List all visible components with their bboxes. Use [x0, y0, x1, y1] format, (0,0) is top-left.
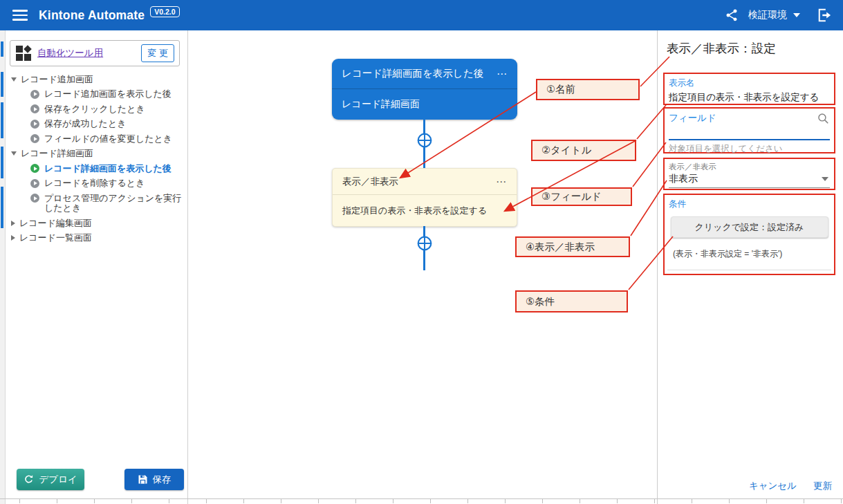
annotation-title: ②タイトル [531, 140, 636, 161]
display-name-field[interactable]: 表示名 指定項目の表示・非表示を設定する [663, 73, 835, 105]
chevron-down-icon [822, 177, 828, 181]
flow-canvas[interactable]: レコード詳細画面を表示した後 ⋯ レコード詳細画面 表示／非表示 ⋯ 指定項目の… [188, 30, 657, 504]
app-title: Kintone Automate [39, 8, 145, 23]
chevron-right-icon [11, 235, 15, 241]
save-button[interactable]: 保存 [124, 469, 184, 490]
add-step-button[interactable] [417, 236, 432, 251]
annotation-visibility: ④表示／非表示 [515, 236, 630, 257]
trigger-node-subtitle: レコード詳細画面 [332, 89, 517, 120]
annotation-condition: ⑤条件 [515, 290, 628, 312]
search-icon[interactable] [817, 112, 830, 128]
play-circle-icon [30, 90, 39, 99]
floppy-icon [138, 474, 148, 485]
tree-group-record-list[interactable]: レコード一覧画面 [6, 231, 187, 246]
field-search-input[interactable] [669, 139, 830, 140]
tree-event[interactable]: プロセス管理のアクションを実行したとき [6, 191, 187, 216]
node-menu-icon[interactable]: ⋯ [497, 68, 508, 80]
app-selector-box: 自動化ツール用 変 更 [10, 40, 180, 66]
event-tree: レコード追加画面 レコード追加画面を表示した後 保存をクリックしたとき 保存が成… [6, 72, 187, 245]
annotation-name: ①名前 [536, 79, 640, 100]
play-circle-icon [30, 194, 39, 203]
cancel-button[interactable]: キャンセル [749, 480, 797, 492]
annotation-field: ③フィールド [531, 187, 632, 206]
play-circle-icon [30, 164, 39, 173]
left-minimap-strip[interactable] [0, 30, 6, 504]
condition-label: 条件 [669, 198, 830, 210]
sidebar: 自動化ツール用 変 更 レコード追加画面 レコード追加画面を表示した後 保存をク… [6, 30, 188, 504]
tree-event-active[interactable]: レコード詳細画面を表示した後 [6, 161, 187, 176]
tree-event[interactable]: フィールドの値を変更したとき [6, 131, 187, 147]
visibility-label: 表示／非表示 [669, 162, 830, 172]
condition-section: 条件 クリックで設定：設定済み (表示・非表示設定 = '非表示') [663, 194, 835, 275]
chevron-right-icon [11, 221, 15, 226]
tree-group-record-detail[interactable]: レコード詳細画面 [6, 147, 187, 162]
app-bar: Kintone Automate V0.2.0 検証環境 [0, 0, 843, 30]
display-name-label: 表示名 [669, 77, 830, 89]
field-label: フィールド [669, 112, 716, 124]
action-node-subtitle: 指定項目の表示・非表示を設定する [333, 195, 517, 226]
play-circle-icon [30, 179, 39, 188]
trigger-node-title: レコード詳細画面を表示した後 [342, 67, 483, 80]
condition-set-button[interactable]: クリックで設定：設定済み [671, 216, 828, 238]
share-icon[interactable] [725, 8, 739, 22]
field-selector[interactable]: フィールド 対象項目を選択してください [663, 107, 835, 153]
environment-label: 検証環境 [748, 9, 787, 21]
chevron-down-icon [793, 13, 800, 17]
display-name-value[interactable]: 指定項目の表示・非表示を設定する [669, 91, 830, 104]
play-circle-icon [30, 104, 39, 113]
logout-icon[interactable] [817, 8, 832, 22]
add-step-button[interactable] [417, 133, 432, 148]
tree-event[interactable]: レコードを削除するとき [6, 176, 187, 192]
tree-event[interactable]: レコード追加画面を表示した後 [6, 87, 187, 102]
chevron-down-icon [11, 77, 17, 82]
node-menu-icon[interactable]: ⋯ [496, 176, 507, 188]
trigger-node[interactable]: レコード詳細画面を表示した後 ⋯ レコード詳細画面 [332, 59, 517, 120]
hamburger-icon[interactable] [12, 10, 28, 21]
action-node-title: 表示／非表示 [342, 176, 398, 188]
tree-event[interactable]: 保存が成功したとき [6, 117, 187, 132]
action-node[interactable]: 表示／非表示 ⋯ 指定項目の表示・非表示を設定する [332, 168, 517, 227]
visibility-value: 非表示 [669, 173, 698, 185]
environment-selector[interactable]: 検証環境 [748, 9, 800, 21]
tree-group-record-add[interactable]: レコード追加画面 [6, 72, 187, 87]
panel-title: 表示／非表示：設定 [667, 40, 776, 57]
field-hint: 対象項目を選択してください [669, 143, 830, 155]
tree-event[interactable]: 保存をクリックしたとき [6, 102, 187, 117]
chevron-down-icon [11, 151, 17, 156]
kintone-automate-window: Kintone Automate V0.2.0 検証環境 自動化ツール用 変 更 [0, 0, 843, 504]
app-link[interactable]: 自動化ツール用 [37, 47, 103, 59]
sync-icon [24, 474, 34, 485]
change-app-button[interactable]: 変 更 [141, 44, 174, 62]
kintone-app-icon [16, 46, 31, 61]
update-button[interactable]: 更新 [813, 480, 832, 492]
tree-group-record-edit[interactable]: レコード編集画面 [6, 216, 187, 231]
play-circle-icon [30, 120, 39, 129]
visibility-select[interactable]: 表示／非表示 非表示 [663, 158, 835, 190]
play-circle-icon [30, 134, 39, 143]
deploy-button[interactable]: デプロイ [17, 469, 84, 490]
version-badge: V0.2.0 [150, 6, 179, 17]
settings-panel: 表示／非表示：設定 表示名 指定項目の表示・非表示を設定する フィールド 対象項… [657, 30, 843, 504]
condition-expression: (表示・非表示設定 = '非表示') [673, 248, 830, 260]
